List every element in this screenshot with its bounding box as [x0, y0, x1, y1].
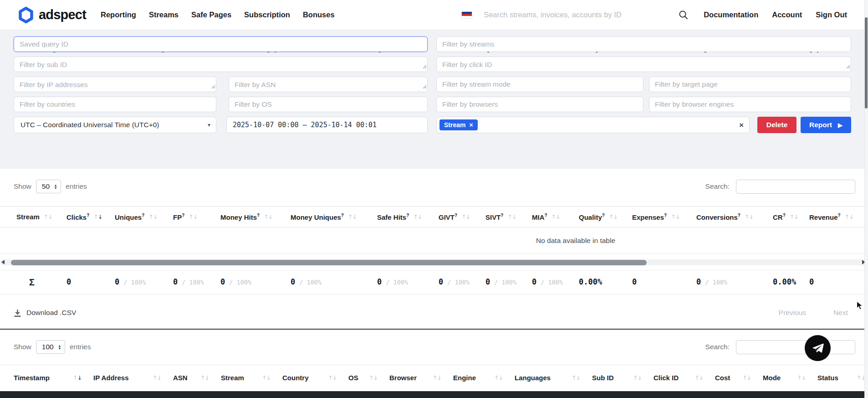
column-header-expenses[interactable]: Expenses? ↑↓: [632, 207, 696, 227]
report-table-search-input[interactable]: [736, 180, 855, 194]
column-header-mia[interactable]: MIA? ↑↓: [532, 207, 579, 227]
column-header-cr[interactable]: CR? ↑↓: [773, 207, 809, 227]
column-header-conversions[interactable]: Conversions? ↑↓: [696, 207, 773, 227]
sort-icon[interactable]: ↑↓: [328, 374, 337, 381]
column-header-ip-address[interactable]: IP Address ↑↓: [93, 365, 173, 390]
nav-sign-out[interactable]: Sign Out: [816, 10, 847, 19]
column-header-money-hits[interactable]: Money Hits? ↑↓: [220, 207, 291, 227]
date-range-input[interactable]: [226, 117, 428, 133]
scrollbar-thumb[interactable]: [11, 260, 647, 265]
column-header-asn[interactable]: ASN ↑↓: [173, 365, 221, 390]
previous-page-button[interactable]: Previous: [779, 309, 806, 317]
report-button[interactable]: Report ▶: [801, 117, 851, 133]
column-header-quality[interactable]: Quality? ↑↓: [579, 207, 632, 227]
column-header-os[interactable]: OS ↑↓: [348, 365, 389, 390]
column-header-revenue[interactable]: Revenue? ↑↓: [809, 207, 851, 227]
sort-icon[interactable]: ↑↓: [148, 213, 157, 220]
sort-icon[interactable]: ↑↓: [262, 374, 271, 381]
sort-icon[interactable]: ↑↓: [494, 374, 503, 381]
column-header-country[interactable]: Country ↑↓: [282, 365, 348, 390]
page-size-select[interactable]: 100 ▴▾: [36, 340, 65, 354]
saved-query-input[interactable]: [14, 36, 428, 52]
sort-icon[interactable]: ↑↓: [572, 374, 580, 381]
column-header-timestamp[interactable]: Timestamp ↑↓: [14, 365, 93, 390]
column-header-fp[interactable]: FP? ↑↓: [173, 207, 220, 227]
column-header-givt[interactable]: GIVT? ↑↓: [439, 207, 485, 227]
filter-os-input[interactable]: [229, 97, 428, 112]
filter-stream-mode-input[interactable]: [436, 77, 643, 92]
nav-streams[interactable]: Streams: [149, 10, 179, 19]
column-header-languages[interactable]: Languages ↑↓: [515, 365, 592, 390]
page-size-select[interactable]: 50 ▴▾: [36, 180, 61, 193]
sort-icon[interactable]: ↑↓: [200, 374, 209, 381]
column-header-stream[interactable]: Stream ↑↓: [221, 365, 282, 390]
column-header-cost[interactable]: Cost ↑↓: [715, 365, 763, 390]
timezone-select[interactable]: UTC – Coordinated Universal Time (UTC+0)…: [14, 117, 216, 133]
filter-streams-input[interactable]: [436, 36, 851, 52]
filter-asn-textarea[interactable]: [229, 77, 428, 92]
scrollbar-thumb[interactable]: [865, 17, 868, 109]
global-search-input[interactable]: [484, 10, 666, 19]
filter-click-id-textarea[interactable]: [436, 57, 851, 72]
column-header-mode[interactable]: Mode ↑↓: [763, 365, 817, 390]
sort-icon[interactable]: ↑↓: [73, 374, 82, 381]
clicks-table-search-input[interactable]: [736, 340, 855, 354]
group-by-tags-box[interactable]: Stream × ×: [436, 117, 750, 133]
nav-subscription[interactable]: Subscription: [244, 10, 290, 19]
column-header-safe-hits[interactable]: Safe Hits? ↑↓: [377, 207, 439, 227]
column-header-money-uniques[interactable]: Money Uniques? ↑↓: [291, 207, 377, 227]
search-icon[interactable]: [679, 10, 688, 20]
stream-tag[interactable]: Stream ×: [439, 119, 478, 130]
sort-icon[interactable]: ↑↓: [93, 213, 102, 220]
sort-icon[interactable]: ↑↓: [551, 213, 560, 220]
logo[interactable]: adspect: [18, 6, 86, 24]
column-header-status[interactable]: Status ↑↓: [817, 365, 868, 390]
filter-browsers-input[interactable]: [436, 97, 643, 112]
sort-icon[interactable]: ↑↓: [413, 213, 422, 220]
nav-reporting[interactable]: Reporting: [101, 10, 136, 19]
sort-icon[interactable]: ↑↓: [461, 213, 470, 220]
nav-account[interactable]: Account: [772, 10, 802, 19]
sort-icon[interactable]: ↑↓: [694, 374, 703, 381]
sort-icon[interactable]: ↑↓: [44, 213, 52, 220]
nav-safe-pages[interactable]: Safe Pages: [191, 10, 231, 19]
column-header-stream[interactable]: Stream ↑↓: [16, 207, 66, 227]
delete-button[interactable]: Delete: [757, 117, 797, 133]
scroll-left-arrow-icon[interactable]: [1, 260, 5, 264]
column-header-clicks[interactable]: Clicks? ↑↓: [66, 207, 115, 227]
sort-icon[interactable]: ↑↓: [742, 374, 751, 381]
filter-ip-textarea[interactable]: [14, 77, 216, 92]
column-header-engine[interactable]: Engine ↑↓: [453, 365, 515, 390]
filter-countries-input[interactable]: [14, 97, 216, 112]
column-header-uniques[interactable]: Uniques? ↑↓: [115, 207, 173, 227]
nav-documentation[interactable]: Documentation: [704, 10, 758, 19]
download-csv-button[interactable]: Download .CSV: [14, 309, 76, 317]
russian-flag-icon[interactable]: [462, 12, 472, 18]
telegram-button[interactable]: [805, 335, 831, 361]
tag-remove-icon[interactable]: ×: [469, 121, 473, 129]
horizontal-scrollbar[interactable]: [0, 258, 868, 267]
sort-icon[interactable]: ↑↓: [189, 213, 197, 220]
sort-icon[interactable]: ↑↓: [348, 213, 357, 220]
filter-browser-engines-input[interactable]: [649, 97, 851, 112]
clear-tags-icon[interactable]: ×: [739, 121, 744, 129]
sort-icon[interactable]: ↑↓: [790, 213, 798, 220]
sort-icon[interactable]: ↑↓: [369, 374, 378, 381]
filter-target-page-input[interactable]: [649, 77, 851, 92]
sort-icon[interactable]: ↑↓: [745, 213, 753, 220]
sort-icon[interactable]: ↑↓: [671, 213, 679, 220]
sort-icon[interactable]: ↑↓: [797, 374, 806, 381]
column-header-sivt[interactable]: SIVT? ↑↓: [485, 207, 532, 227]
sort-icon[interactable]: ↑↓: [845, 213, 853, 220]
column-header-browser[interactable]: Browser ↑↓: [389, 365, 453, 390]
filter-sub-id-textarea[interactable]: [14, 57, 428, 72]
column-header-sub-id[interactable]: Sub ID ↑↓: [592, 365, 654, 390]
column-header-click-id[interactable]: Click ID ↑↓: [654, 365, 715, 390]
vertical-scrollbar[interactable]: [864, 0, 868, 398]
sort-icon[interactable]: ↑↓: [633, 374, 642, 381]
sort-icon[interactable]: ↑↓: [153, 374, 161, 381]
sort-icon[interactable]: ↑↓: [264, 213, 272, 220]
sort-icon[interactable]: ↑↓: [507, 213, 516, 220]
next-page-button[interactable]: Next: [833, 309, 848, 317]
sort-icon[interactable]: ↑↓: [609, 213, 618, 220]
